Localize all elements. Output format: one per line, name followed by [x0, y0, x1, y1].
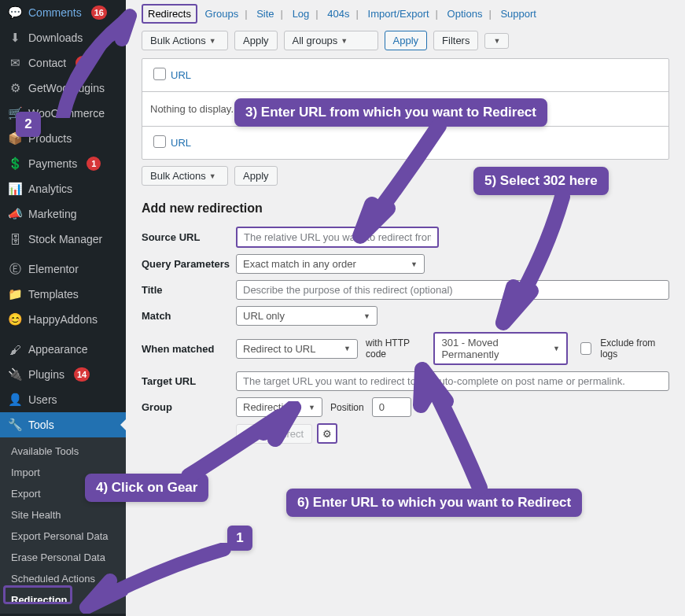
- tab-redirects[interactable]: Redirects: [142, 4, 197, 24]
- tab-groups[interactable]: Groups: [201, 5, 244, 23]
- tab-options[interactable]: Options: [443, 5, 488, 23]
- sidebar-item-marketing[interactable]: 📣 Marketing: [0, 201, 126, 227]
- source-url-input[interactable]: [236, 227, 439, 248]
- sidebar-item-label: HappyAddons: [28, 313, 98, 326]
- tools-sub-sitehealth[interactable]: Site Health: [0, 504, 126, 526]
- sidebar-item-analytics[interactable]: 📊 Analytics: [0, 176, 126, 201]
- sidebar-item-label: Appearance: [28, 343, 88, 356]
- apply-bulk-button[interactable]: Apply: [234, 31, 278, 50]
- tools-sub-redirection[interactable]: Redirection: [0, 589, 126, 610]
- brush-icon: 🖌: [8, 342, 22, 356]
- sidebar-item-downloads[interactable]: ⬇ Downloads: [0, 25, 126, 50]
- table-footer: URL: [142, 126, 668, 159]
- select-all-checkbox-bottom[interactable]: [153, 135, 166, 148]
- when-matched-select[interactable]: Redirect to URL▼: [236, 339, 358, 359]
- sidebar-item-label: Downloads: [28, 31, 83, 44]
- sidebar-item-label: Templates: [28, 288, 79, 301]
- sidebar-badge: 1: [75, 56, 90, 70]
- label-query-params: Query Parameters: [142, 258, 236, 270]
- sidebar-item-appearance[interactable]: 🖌 Appearance: [0, 337, 126, 362]
- when-matched-value: Redirect to URL: [243, 343, 315, 355]
- apply-filter-button[interactable]: Apply: [385, 31, 428, 50]
- redirects-table: URL Nothing to display. URL: [142, 58, 669, 160]
- position-input[interactable]: [372, 397, 411, 417]
- column-url[interactable]: URL: [171, 69, 191, 81]
- caret-icon: ▼: [493, 37, 500, 45]
- select-all-checkbox[interactable]: [153, 68, 166, 80]
- query-params-value: Exact match in any order: [243, 258, 356, 270]
- filters-caret-button[interactable]: ▼: [484, 33, 509, 49]
- exclude-logs-checkbox[interactable]: [580, 342, 591, 355]
- filters-button[interactable]: Filters: [433, 31, 478, 50]
- add-redirect-button[interactable]: Add Redirect: [236, 424, 312, 444]
- sidebar-item-stockmanager[interactable]: 🗄 Stock Manager: [0, 227, 126, 252]
- sidebar-item-products[interactable]: 📦 Products: [0, 126, 126, 151]
- http-code-select[interactable]: 301 - Moved Permanently▼: [433, 332, 568, 365]
- label-title: Title: [142, 284, 236, 296]
- tab-log[interactable]: Log: [288, 5, 315, 23]
- caret-icon: ▼: [341, 37, 348, 45]
- sidebar-item-users[interactable]: 👤 Users: [0, 387, 126, 412]
- admin-sidebar: 💬 Comments 16 ⬇ Downloads ✉ Contact 1 ⚙ …: [0, 0, 126, 616]
- sidebar-item-comments[interactable]: 💬 Comments 16: [0, 0, 126, 25]
- tools-sub-scheduled[interactable]: Scheduled Actions: [0, 568, 126, 589]
- label-match: Match: [142, 310, 236, 322]
- apply-bulk-button-bottom[interactable]: Apply: [234, 166, 278, 186]
- query-params-select[interactable]: Exact match in any order▼: [236, 254, 425, 274]
- sidebar-item-plugins[interactable]: 🔌 Plugins 14: [0, 362, 126, 387]
- gear-button[interactable]: ⚙: [317, 423, 337, 444]
- sidebar-item-contact[interactable]: ✉ Contact 1: [0, 50, 126, 76]
- tab-importexport[interactable]: Import/Export: [363, 5, 434, 23]
- dollar-icon: 💲: [8, 157, 22, 171]
- table-header: URL: [142, 59, 668, 92]
- table-toolbar-top: Bulk Actions▼ Apply All groups▼ Apply Fi…: [142, 31, 669, 50]
- sidebar-item-label: Products: [28, 132, 72, 145]
- label-when-matched: When matched: [142, 343, 236, 355]
- tools-sub-available[interactable]: Available Tools: [0, 441, 126, 462]
- tools-submenu: Available Tools Import Export Site Healt…: [0, 437, 126, 614]
- stock-icon: 🗄: [8, 232, 22, 246]
- tab-support[interactable]: Support: [495, 5, 541, 23]
- group-select[interactable]: Redirections▼: [236, 397, 322, 417]
- sidebar-item-label: Elementor: [28, 263, 79, 275]
- plug-icon: 🔌: [8, 367, 22, 382]
- bulk-actions-select[interactable]: Bulk Actions▼: [142, 31, 228, 50]
- label-group: Group: [142, 401, 236, 413]
- bulk-actions-select-bottom[interactable]: Bulk Actions▼: [142, 166, 228, 186]
- sidebar-item-elementor[interactable]: Ⓔ Elementor: [0, 256, 126, 282]
- table-toolbar-bottom: Bulk Actions▼ Apply: [142, 166, 669, 186]
- label-source-url: Source URL: [142, 231, 236, 243]
- sidebar-badge: 16: [91, 6, 107, 20]
- tools-sub-import[interactable]: Import: [0, 462, 126, 483]
- groups-filter-select[interactable]: All groups▼: [284, 31, 378, 50]
- sidebar-item-happyaddons[interactable]: 😊 HappyAddons: [0, 307, 126, 332]
- column-url-bottom[interactable]: URL: [171, 137, 191, 149]
- user-icon: 👤: [8, 393, 22, 407]
- main-content: Redirects Groups| Site| Log| 404s| Impor…: [126, 0, 685, 616]
- analytics-icon: 📊: [8, 182, 22, 196]
- sidebar-item-woocommerce[interactable]: 🛒 WooCommerce: [0, 101, 126, 126]
- match-select[interactable]: URL only▼: [236, 306, 377, 326]
- tab-404s[interactable]: 404s: [322, 5, 354, 23]
- title-input[interactable]: [236, 280, 669, 300]
- target-url-input[interactable]: [236, 371, 669, 391]
- tools-sub-erasepersonal[interactable]: Erase Personal Data: [0, 547, 126, 568]
- groups-filter-label: All groups: [293, 35, 338, 46]
- tools-sub-export[interactable]: Export: [0, 483, 126, 504]
- http-code-value: 301 - Moved Permanently: [441, 337, 545, 360]
- sidebar-item-payments[interactable]: 💲 Payments 1: [0, 151, 126, 176]
- sidebar-item-getwooplugins[interactable]: ⚙ GetWooPlugins: [0, 76, 126, 101]
- comments-icon: 💬: [8, 6, 22, 20]
- add-redirection-heading: Add new redirection: [142, 201, 669, 216]
- sidebar-badge: 14: [74, 367, 90, 382]
- caret-icon: ▼: [363, 312, 370, 320]
- tools-sub-exportpersonal[interactable]: Export Personal Data: [0, 526, 126, 547]
- tab-site[interactable]: Site: [252, 5, 278, 23]
- sidebar-item-label: GetWooPlugins: [28, 82, 105, 94]
- happy-icon: 😊: [8, 312, 22, 326]
- sidebar-badge: 1: [87, 157, 101, 171]
- caret-icon: ▼: [209, 172, 216, 180]
- sidebar-item-tools[interactable]: 🔧 Tools: [0, 412, 126, 437]
- caret-icon: ▼: [209, 37, 216, 45]
- sidebar-item-templates[interactable]: 📁 Templates: [0, 282, 126, 307]
